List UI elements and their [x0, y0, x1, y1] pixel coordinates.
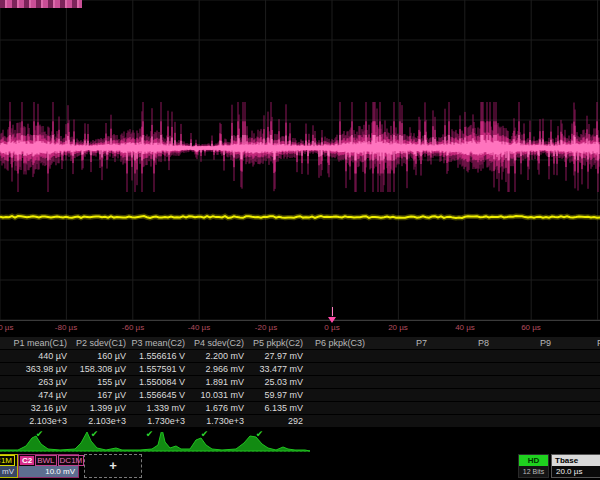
measure-value-cell — [431, 363, 493, 375]
time-axis-label: -40 µs — [177, 323, 221, 332]
measure-value-cell — [493, 402, 555, 414]
measure-value-cell: 59.97 mV — [248, 389, 307, 401]
measure-value-cell: 1.676 mV — [189, 402, 248, 414]
measure-value-cell — [555, 363, 600, 375]
c2-bwl-badge: BWL — [35, 455, 56, 466]
measure-value-cell: 263 µV — [12, 376, 71, 388]
measure-value-cell — [493, 389, 555, 401]
time-axis-label: 0 µs — [310, 323, 354, 332]
measure-value-cell — [369, 389, 431, 401]
measure-value-cell: 1.556616 V — [130, 350, 189, 362]
measure-column-header[interactable]: P7 — [369, 337, 431, 349]
measure-column-header[interactable]: P3 mean(C2) — [130, 337, 189, 349]
measure-value-cell: 1.730e+3 — [189, 415, 248, 427]
measure-value-cell: 158.308 µV — [71, 363, 130, 375]
measure-value-cell: 33.477 mV — [248, 363, 307, 375]
measure-column-header[interactable]: P5 pkpk(C2) — [248, 337, 307, 349]
measure-value-cell: 2.103e+3 — [71, 415, 130, 427]
measure-value-cell — [307, 415, 369, 427]
measure-column-header[interactable]: P8 — [431, 337, 493, 349]
measure-value-cell — [555, 389, 600, 401]
c2-label-badge: C2 — [20, 456, 34, 465]
measure-value-cell — [431, 376, 493, 388]
measure-column-header[interactable]: P4 sdev(C2) — [189, 337, 248, 349]
timebase-descriptor[interactable]: Tbase 20.0 µs — [551, 454, 600, 478]
c1-coupling-badge: DC1M — [0, 455, 15, 466]
oscilloscope-screen: -100 µs-80 µs-60 µs-40 µs-20 µs0 µs20 µs… — [0, 0, 600, 480]
c2-coupling-badge: DC1M — [58, 455, 85, 466]
tbase-label: Tbase — [552, 455, 600, 466]
hd-mode-indicator[interactable]: HD 12 Bits — [518, 454, 549, 478]
time-axis-label: 20 µs — [376, 323, 420, 332]
measure-column-header[interactable]: P1 mean(C1) — [12, 337, 71, 349]
measure-value-cell: 2.103e+3 — [12, 415, 71, 427]
measure-column-header[interactable]: P10 — [555, 337, 600, 349]
measure-column-header[interactable]: P6 pkpk(C3) — [307, 337, 369, 349]
measure-value-cell: 10.031 mV — [189, 389, 248, 401]
cropped-dialog-fragment — [0, 0, 82, 8]
measure-value-cell — [555, 415, 600, 427]
measure-column-header[interactable]: P2 sdev(C1) — [71, 337, 130, 349]
measure-value-cell: 2.966 mV — [189, 363, 248, 375]
measure-value-cell: 27.97 mV — [248, 350, 307, 362]
time-axis: -100 µs-80 µs-60 µs-40 µs-20 µs0 µs20 µs… — [0, 321, 600, 336]
channel-c1-descriptor[interactable]: DC1M 0 mV — [0, 454, 18, 478]
hd-label: HD — [519, 455, 548, 466]
trigger-position-line — [332, 307, 333, 316]
time-axis-label: 40 µs — [443, 323, 487, 332]
measure-value-cell — [369, 350, 431, 362]
measure-value-cell: 1.550084 V — [130, 376, 189, 388]
measure-value-cell: 363.98 µV — [12, 363, 71, 375]
tbase-value: 20.0 µs — [552, 466, 600, 477]
time-axis-label: -100 µs — [0, 323, 22, 332]
measure-value-cell — [493, 363, 555, 375]
measure-value-cell: 1.891 mV — [189, 376, 248, 388]
measure-value-cell — [369, 363, 431, 375]
time-axis-label: -20 µs — [244, 323, 288, 332]
measure-value-cell — [307, 402, 369, 414]
time-axis-label: 60 µs — [509, 323, 553, 332]
measure-value-cell: 1.399 µV — [71, 402, 130, 414]
measure-value-cell — [431, 350, 493, 362]
measure-value-cell — [369, 376, 431, 388]
measure-value-cell — [307, 376, 369, 388]
c1-volts-per-div: 0 mV — [0, 466, 17, 477]
measure-value-cell: 1.556645 V — [130, 389, 189, 401]
c2-volts-per-div: 10.0 mV — [19, 466, 78, 477]
bottom-descriptor-bar: DC1M 0 mV C2 BWL DC1M 10.0 mV + HD 12 Bi… — [0, 452, 600, 480]
measure-value-cell: 1.730e+3 — [130, 415, 189, 427]
measure-value-cell — [307, 389, 369, 401]
measure-value-cell: 292 — [248, 415, 307, 427]
histogram-trace — [0, 432, 600, 452]
measure-value-cell — [307, 363, 369, 375]
measure-value-cell — [431, 389, 493, 401]
histogram-shape — [0, 432, 310, 451]
time-axis-label: -80 µs — [44, 323, 88, 332]
measure-value-cell: 2.200 mV — [189, 350, 248, 362]
measure-value-cell — [555, 402, 600, 414]
measure-value-cell: 167 µV — [71, 389, 130, 401]
hd-bits: 12 Bits — [519, 466, 548, 477]
measure-value-cell: 160 µV — [71, 350, 130, 362]
trace-c2-core — [0, 135, 599, 160]
measure-value-cell — [555, 350, 600, 362]
measure-value-cell: 1.557591 V — [130, 363, 189, 375]
measure-value-cell: 440 µV — [12, 350, 71, 362]
add-trace-button[interactable]: + — [84, 454, 142, 478]
measure-value-cell — [431, 415, 493, 427]
measure-value-cell — [369, 415, 431, 427]
measure-value-cell — [307, 350, 369, 362]
measurement-table: P1 mean(C1)P2 sdev(C1)P3 mean(C2)P4 sdev… — [0, 337, 600, 441]
waveform-grid-area — [0, 0, 600, 320]
measure-column-header[interactable]: P9 — [493, 337, 555, 349]
measure-value-cell: 1.339 mV — [130, 402, 189, 414]
measure-value-cell — [493, 376, 555, 388]
measure-value-cell — [493, 415, 555, 427]
measure-value-cell: 25.03 mV — [248, 376, 307, 388]
measure-value-cell — [493, 350, 555, 362]
measure-value-cell: 6.135 mV — [248, 402, 307, 414]
measure-value-cell: 32.16 µV — [12, 402, 71, 414]
channel-c2-descriptor[interactable]: C2 BWL DC1M 10.0 mV — [18, 454, 79, 478]
waveform-traces — [0, 0, 600, 320]
time-axis-label: -60 µs — [111, 323, 155, 332]
